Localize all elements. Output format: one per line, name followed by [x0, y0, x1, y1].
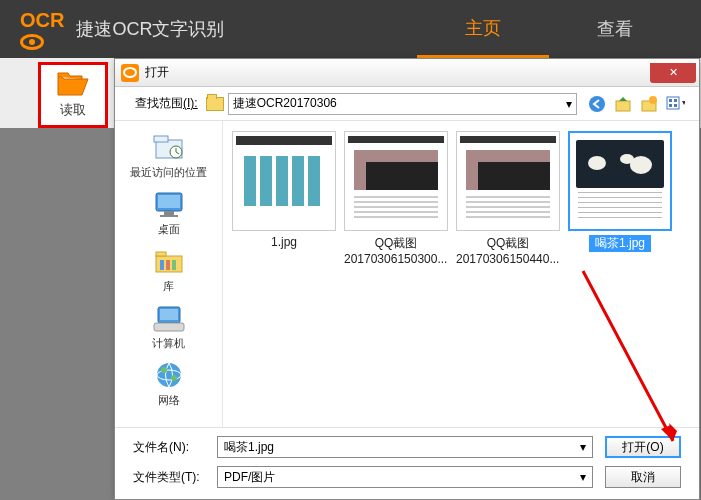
app-logo: OCR — [20, 9, 64, 50]
dialog-title: 打开 — [145, 64, 169, 81]
filetype-select[interactable]: PDF/图片 ▾ — [217, 466, 593, 488]
path-label: 查找范围(I): — [135, 95, 198, 112]
logo-text: OCR — [20, 9, 64, 31]
svg-rect-5 — [669, 99, 672, 102]
open-dialog: 打开 ✕ 查找范围(I): 捷速OCR20170306 ▾ 最近访问的位置 — [114, 58, 700, 500]
dialog-footer: 文件名(N): 喝茶1.jpg ▾ 打开(O) 文件类型(T): PDF/图片 … — [115, 427, 699, 500]
filename-label: 文件名(N): — [133, 439, 217, 456]
sidebar-item-desktop[interactable]: 桌面 — [151, 186, 187, 239]
svg-rect-18 — [160, 260, 164, 270]
svg-rect-23 — [154, 323, 184, 331]
chevron-down-icon: ▾ — [566, 97, 572, 111]
svg-rect-13 — [158, 195, 180, 208]
tab-home[interactable]: 主页 — [417, 0, 549, 58]
up-icon[interactable] — [613, 94, 633, 114]
file-item[interactable]: QQ截图20170306150300.... — [343, 131, 449, 266]
close-button[interactable]: ✕ — [650, 63, 696, 83]
svg-rect-7 — [669, 104, 672, 107]
file-item-selected[interactable]: 喝茶1.jpg — [567, 131, 673, 252]
folder-select[interactable]: 捷速OCR20170306 ▾ — [228, 93, 577, 115]
svg-rect-22 — [160, 309, 178, 320]
back-icon[interactable] — [587, 94, 607, 114]
svg-rect-4 — [667, 97, 679, 109]
svg-rect-17 — [156, 252, 166, 256]
svg-point-3 — [649, 96, 657, 104]
view-menu-icon[interactable] — [665, 94, 685, 114]
folder-icon — [206, 97, 224, 111]
folder-select-value: 捷速OCR20170306 — [233, 95, 337, 112]
open-button[interactable]: 打开(O) — [605, 436, 681, 458]
svg-rect-6 — [674, 99, 677, 102]
svg-rect-8 — [674, 104, 677, 107]
svg-point-24 — [157, 363, 181, 387]
svg-rect-14 — [164, 211, 174, 215]
svg-point-0 — [589, 96, 605, 112]
network-icon — [151, 359, 187, 391]
chevron-down-icon[interactable]: ▾ — [580, 470, 586, 484]
app-title: 捷速OCR文字识别 — [76, 17, 224, 41]
header-tabs: 主页 查看 — [417, 0, 681, 58]
cancel-button[interactable]: 取消 — [605, 466, 681, 488]
tab-view[interactable]: 查看 — [549, 0, 681, 58]
svg-rect-20 — [172, 260, 176, 270]
filename-input[interactable]: 喝茶1.jpg ▾ — [217, 436, 593, 458]
libraries-icon — [151, 245, 187, 277]
svg-point-26 — [161, 367, 167, 373]
new-folder-icon[interactable] — [639, 94, 659, 114]
thumbnail — [572, 136, 668, 226]
svg-rect-19 — [166, 260, 170, 270]
thumbnail — [348, 136, 444, 226]
thumbnail — [460, 136, 556, 226]
path-tools — [587, 94, 685, 114]
file-item[interactable]: QQ截图20170306150440.... — [455, 131, 561, 266]
svg-point-27 — [171, 375, 177, 381]
desktop-icon — [151, 188, 187, 220]
sidebar-item-network[interactable]: 网络 — [151, 357, 187, 410]
sidebar-item-libraries[interactable]: 库 — [151, 243, 187, 296]
read-button[interactable]: 读取 — [38, 62, 108, 128]
svg-rect-15 — [160, 215, 178, 217]
chevron-down-icon[interactable]: ▾ — [580, 440, 586, 454]
thumbnail — [236, 136, 332, 226]
places-sidebar: 最近访问的位置 桌面 库 计算机 网络 — [115, 121, 223, 427]
path-row: 查找范围(I): 捷速OCR20170306 ▾ — [115, 87, 699, 121]
folder-open-icon — [56, 71, 90, 97]
recent-icon — [151, 131, 187, 163]
sidebar-item-computer[interactable]: 计算机 — [151, 300, 187, 353]
read-label: 读取 — [60, 101, 86, 119]
filetype-label: 文件类型(T): — [133, 469, 217, 486]
dialog-icon — [121, 64, 139, 82]
dialog-titlebar[interactable]: 打开 ✕ — [115, 59, 699, 87]
sidebar-item-recent[interactable]: 最近访问的位置 — [130, 129, 207, 182]
file-item[interactable]: 1.jpg — [231, 131, 337, 249]
svg-rect-10 — [154, 136, 168, 142]
eye-icon — [20, 34, 44, 50]
svg-rect-1 — [616, 101, 630, 111]
dialog-body: 最近访问的位置 桌面 库 计算机 网络 1.jpg — [115, 121, 699, 427]
app-header: OCR 捷速OCR文字识别 主页 查看 — [0, 0, 701, 58]
computer-icon — [151, 302, 187, 334]
file-list[interactable]: 1.jpg QQ截图20170306150300.... QQ截图2017030… — [223, 121, 699, 427]
